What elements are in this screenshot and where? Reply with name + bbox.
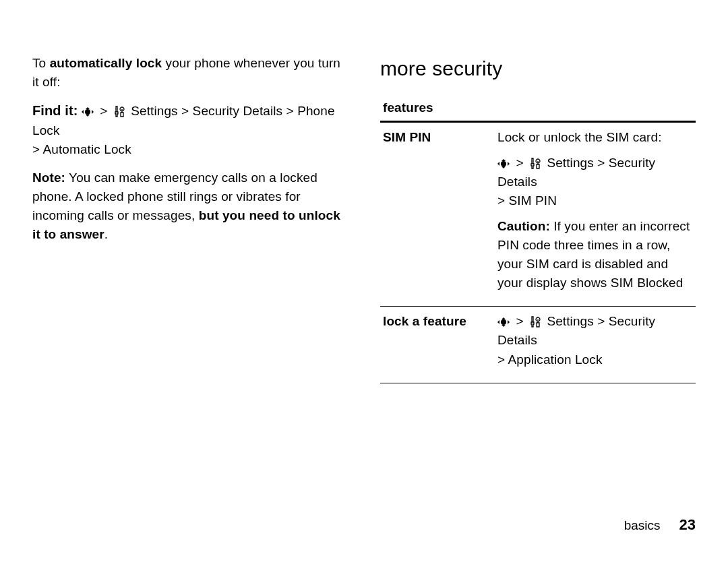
page: To automatically lock your phone wheneve… — [0, 0, 728, 562]
settings-toolkit-icon — [530, 156, 542, 168]
table-row: lock a feature > Settings > Security Det… — [380, 307, 696, 383]
more-security-heading: more security — [380, 54, 696, 84]
right-column: more security features SIM PIN Lock or u… — [380, 54, 696, 528]
features-table: features SIM PIN Lock or unlock the SIM … — [380, 96, 696, 383]
footer-section: basics — [624, 518, 661, 533]
left-column: To automatically lock your phone wheneve… — [32, 54, 348, 528]
intro-bold: automatically lock — [50, 56, 162, 70]
sim-pin-path: > Settings > Security Details > SIM PIN — [497, 154, 692, 210]
chevron-right-icon: > — [516, 156, 523, 170]
navigation-key-icon — [497, 317, 510, 327]
feature-desc-lock-feature: > Settings > Security Details > Applicat… — [495, 307, 696, 383]
navigation-key-icon — [82, 107, 94, 117]
feature-name-sim-pin: SIM PIN — [380, 121, 495, 307]
find-path-settings-security: Settings > Security Details — [131, 104, 282, 118]
intro-pre: To — [32, 56, 50, 70]
caution-label: Caution: — [497, 219, 550, 233]
note-period: . — [104, 227, 108, 241]
feature-desc-sim-pin: Lock or unlock the SIM card: > Settings … — [495, 121, 696, 307]
sim-blocked-text: SIM Blocked — [611, 276, 684, 290]
lock-feature-path-app-lock: > Application Lock — [497, 352, 603, 367]
note-label: Note: — [32, 170, 65, 185]
lock-feature-path: > Settings > Security Details > Applicat… — [497, 312, 692, 369]
settings-toolkit-icon — [530, 314, 542, 326]
sim-pin-caution: Caution: If you enter an incorrect PIN c… — [497, 217, 692, 292]
table-header-row: features — [380, 96, 696, 121]
find-it-label: Find it: — [32, 103, 78, 118]
chevron-right-icon: > — [516, 314, 523, 328]
sim-pin-path-sim: > SIM PIN — [497, 193, 557, 208]
find-path-auto-lock: > Automatic Lock — [32, 142, 131, 156]
settings-toolkit-icon — [114, 104, 126, 116]
feature-name-lock-feature: lock a feature — [380, 307, 495, 383]
sim-pin-lock-unlock: Lock or unlock the SIM card: — [497, 128, 692, 147]
find-it-paragraph: Find it: > Settings > Security Details >… — [32, 101, 348, 159]
table-row: SIM PIN Lock or unlock the SIM card: > S… — [380, 121, 696, 307]
intro-paragraph: To automatically lock your phone wheneve… — [32, 54, 348, 92]
chevron-right-icon: > — [100, 104, 107, 118]
footer-page-number: 23 — [679, 516, 696, 534]
navigation-key-icon — [497, 159, 510, 168]
table-header-features: features — [380, 96, 696, 121]
note-paragraph: Note: You can make emergency calls on a … — [32, 168, 348, 244]
page-footer: basics 23 — [624, 516, 696, 534]
